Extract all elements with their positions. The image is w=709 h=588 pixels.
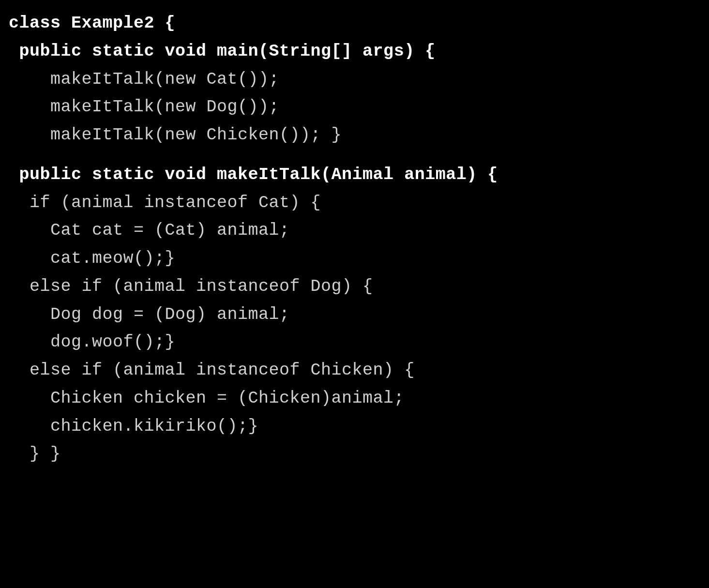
code-line: else if (animal instanceof Dog) { [9,273,709,301]
code-block: class Example2 { public static void main… [0,0,709,468]
code-line: else if (animal instanceof Chicken) { [9,357,709,385]
code-line: cat.meow();} [9,245,709,273]
code-line: } } [9,440,709,468]
code-line: Cat cat = (Cat) animal; [9,217,709,245]
code-line: makeItTalk(new Chicken()); } [9,121,709,150]
code-line: makeItTalk(new Cat()); [9,66,709,94]
code-line: chicken.kikiriko();} [9,413,709,441]
code-line: Chicken chicken = (Chicken)animal; [9,385,709,413]
code-line: if (animal instanceof Cat) { [9,189,709,217]
code-line: dog.woof();} [9,329,709,357]
code-line: makeItTalk(new Dog()); [9,93,709,121]
blank-line [9,150,709,161]
code-line: Dog dog = (Dog) animal; [9,301,709,329]
code-line: public static void makeItTalk(Animal ani… [9,161,709,189]
code-line: public static void main(String[] args) { [9,38,709,66]
code-line: class Example2 { [9,10,709,38]
